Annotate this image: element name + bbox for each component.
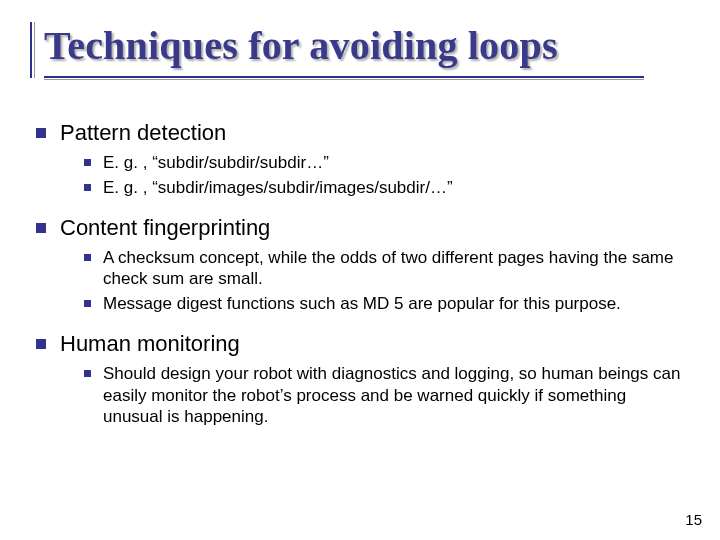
bullet-level1: Human monitoring: [36, 331, 690, 357]
square-bullet-icon: [84, 184, 91, 191]
section-heading: Human monitoring: [60, 331, 690, 357]
section-pattern-detection: Pattern detection E. g. , “subdir/subdir…: [36, 120, 690, 199]
slide: Techniques for avoiding loops Pattern de…: [0, 0, 720, 540]
bullet-level2: Message digest functions such as MD 5 ar…: [84, 293, 690, 315]
square-bullet-icon: [36, 339, 46, 349]
title-container: Techniques for avoiding loops: [44, 22, 700, 69]
list-item: E. g. , “subdir/subdir/subdir…”: [103, 152, 690, 174]
section-heading: Content fingerprinting: [60, 215, 690, 241]
list-item: A checksum concept, while the odds of tw…: [103, 247, 690, 291]
bullet-level2: Should design your robot with diagnostic…: [84, 363, 690, 428]
bullet-level2: A checksum concept, while the odds of tw…: [84, 247, 690, 291]
bullet-level1: Content fingerprinting: [36, 215, 690, 241]
list-item: E. g. , “subdir/images/subdir/images/sub…: [103, 177, 690, 199]
square-bullet-icon: [36, 128, 46, 138]
section-content-fingerprinting: Content fingerprinting A checksum concep…: [36, 215, 690, 315]
square-bullet-icon: [84, 300, 91, 307]
page-number: 15: [685, 511, 702, 528]
title-side-accent: [30, 22, 36, 78]
slide-body: Pattern detection E. g. , “subdir/subdir…: [36, 110, 690, 444]
bullet-level2: E. g. , “subdir/images/subdir/images/sub…: [84, 177, 690, 199]
square-bullet-icon: [84, 159, 91, 166]
section-heading: Pattern detection: [60, 120, 690, 146]
bullet-level2: E. g. , “subdir/subdir/subdir…”: [84, 152, 690, 174]
list-item: Message digest functions such as MD 5 ar…: [103, 293, 690, 315]
title-underline: [44, 76, 644, 80]
list-item: Should design your robot with diagnostic…: [103, 363, 690, 428]
slide-title: Techniques for avoiding loops: [44, 22, 700, 69]
square-bullet-icon: [84, 254, 91, 261]
square-bullet-icon: [36, 223, 46, 233]
section-human-monitoring: Human monitoring Should design your robo…: [36, 331, 690, 428]
square-bullet-icon: [84, 370, 91, 377]
bullet-level1: Pattern detection: [36, 120, 690, 146]
